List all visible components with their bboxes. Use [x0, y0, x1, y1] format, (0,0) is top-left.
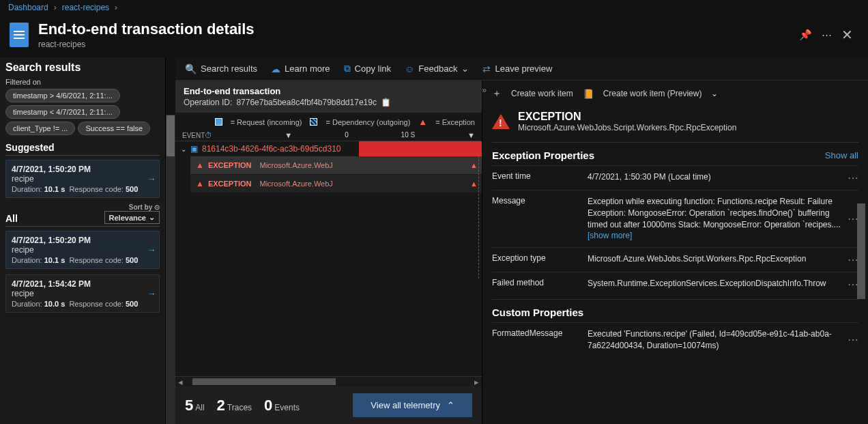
tick-label: 10 S — [401, 131, 416, 139]
page-subtitle: react-recipes — [38, 40, 790, 49]
link-icon[interactable]: 📋 — [381, 98, 391, 107]
arrow-right-icon: → — [147, 244, 156, 255]
arrow-right-icon: → — [147, 173, 156, 184]
transaction-title: End-to-end transaction — [184, 86, 474, 96]
close-icon[interactable]: ✕ — [841, 27, 858, 43]
details-toolbar: 🔍 Search results ☁ Learn more ⧉ Copy lin… — [175, 57, 868, 81]
timeline-marker — [478, 142, 479, 279]
duration-bar — [359, 141, 482, 156]
result-timestamp: 4/7/2021, 1:50:20 PM — [12, 165, 154, 174]
result-meta: Duration: 10.1 s Response code: 500 — [12, 185, 154, 193]
chevron-right-icon: › — [115, 3, 117, 12]
property-value: System.Runtime.ExceptionServices.Excepti… — [588, 278, 841, 291]
operation-row[interactable]: ⌄ ▣ 81614c3b-4626-4f6c-ac3b-69d5cd310 — [175, 141, 482, 156]
page-title: End-to-end transaction details — [38, 20, 790, 38]
property-key: Exception type — [492, 253, 581, 266]
result-card[interactable]: 4/7/2021, 1:54:42 PM recipe Duration: 10… — [5, 274, 160, 313]
property-row: Failed method System.Runtime.ExceptionSe… — [492, 272, 858, 296]
property-key: Event time — [492, 171, 581, 184]
exception-title: EXCEPTION — [518, 111, 736, 123]
property-value: Exception while executing function: Func… — [588, 196, 841, 242]
cube-icon: ▣ — [190, 144, 198, 154]
chevron-down-icon: ⌄ — [461, 63, 469, 74]
search-results-panel: Search results Filtered on timestamp > 4… — [0, 57, 166, 424]
warning-icon: ▲ — [470, 180, 478, 188]
result-timestamp: 4/7/2021, 1:50:20 PM — [12, 236, 154, 245]
search-results-title: Search results — [5, 61, 160, 74]
filter-chip[interactable]: timestamp > 4/6/2021, 2:11:... — [5, 89, 120, 102]
chevron-down-icon: ⌄ — [181, 145, 186, 153]
breadcrumb-app[interactable]: react-recipes — [62, 3, 109, 12]
result-timestamp: 4/7/2021, 1:54:42 PM — [12, 279, 154, 289]
plus-icon: ＋ — [492, 87, 502, 100]
timeline-legend: = Request (incoming) = Dependency (outgo… — [175, 113, 482, 131]
smile-icon: ☺ — [405, 63, 414, 74]
event-column-label: EVENT — [182, 132, 205, 139]
result-card[interactable]: 4/7/2021, 1:50:20 PM recipe Duration: 10… — [5, 160, 160, 198]
custom-properties-heading: Custom Properties — [492, 307, 583, 318]
learn-more-button[interactable]: ☁ Learn more — [271, 63, 330, 74]
request-legend-icon — [215, 118, 222, 126]
result-meta: Duration: 10.0 s Response code: 500 — [12, 300, 154, 308]
view-all-telemetry-button[interactable]: View all telemetry ⌃ — [353, 393, 472, 417]
document-icon — [10, 23, 29, 47]
pin-icon[interactable]: 📌 — [799, 29, 812, 41]
exception-properties-panel: » ＋ Create work item 📙 Create work item … — [482, 81, 868, 424]
property-value: 4/7/2021, 1:50:30 PM (Local time) — [588, 171, 841, 184]
feedback-button[interactable]: ☺ Feedback ⌄ — [405, 63, 469, 74]
cloud-icon: ☁ — [271, 63, 280, 74]
result-name: recipe — [12, 174, 154, 184]
result-name: recipe — [12, 289, 154, 298]
copy-link-button[interactable]: ⧉ Copy link — [344, 63, 391, 74]
chevron-down-icon: ⌄ — [711, 89, 718, 98]
filtered-on-label: Filtered on — [5, 78, 160, 86]
chevron-up-icon: ⌃ — [447, 400, 454, 410]
funnel-icon[interactable]: ▼ — [285, 131, 292, 139]
property-key: FormattedMessage — [492, 328, 581, 352]
expand-icon[interactable]: » — [482, 85, 487, 95]
chevron-down-icon: ⌄ — [149, 213, 155, 222]
exception-row[interactable]: ▲ EXCEPTION Microsoft.Azure.WebJ ▲ — [190, 175, 482, 193]
more-icon[interactable]: ⋯ — [822, 29, 832, 41]
property-value: Executed 'Functions.recipe' (Failed, Id=… — [588, 328, 841, 352]
swap-icon: ⇄ — [482, 63, 491, 74]
sort-by-label: Sort by ⊙ — [104, 203, 160, 211]
show-all-link[interactable]: Show all — [825, 150, 858, 160]
breadcrumb-dashboard[interactable]: Dashboard — [8, 3, 48, 12]
create-work-item-preview-button[interactable]: Create work item (Preview) — [603, 89, 702, 98]
transaction-timeline-panel: End-to-end transaction Operation ID: 877… — [175, 81, 482, 424]
exception-properties-heading: Exception Properties — [492, 150, 594, 161]
filter-chip[interactable]: timestamp < 4/7/2021, 2:11:... — [5, 105, 120, 119]
sort-dropdown[interactable]: Relevance ⌄ — [104, 211, 160, 224]
show-more-link[interactable]: [show more] — [588, 231, 632, 240]
horizontal-scrollbar[interactable]: ◂ ▸ — [175, 377, 482, 386]
property-key: Message — [492, 196, 581, 242]
search-icon: 🔍 — [185, 63, 197, 74]
copy-icon: ⧉ — [344, 63, 351, 74]
result-card[interactable]: 4/7/2021, 1:50:20 PM recipe Duration: 10… — [5, 231, 160, 269]
dependency-legend-icon — [310, 118, 317, 126]
result-meta: Duration: 10.1 s Response code: 500 — [12, 256, 154, 264]
operation-id: Operation ID: 8776e7ba5bea8c4fbf4b79b8dd… — [184, 98, 474, 107]
arrow-right-icon: → — [147, 288, 156, 299]
filter-chip[interactable]: client_Type != ... — [5, 122, 75, 135]
scrollbar[interactable] — [166, 115, 175, 424]
warning-icon: ▲ — [470, 161, 478, 169]
warning-icon — [492, 114, 510, 129]
tick-label: 0 — [345, 131, 349, 139]
property-row: FormattedMessage Executed 'Functions.rec… — [492, 322, 858, 357]
search-results-button[interactable]: 🔍 Search results — [185, 63, 257, 74]
exception-row[interactable]: ▲ EXCEPTION Microsoft.Azure.WebJ ▲ — [190, 156, 482, 175]
filter-icon[interactable]: ⏱ — [205, 131, 212, 139]
create-work-item-button[interactable]: Create work item — [511, 89, 573, 98]
page-header: End-to-end transaction details react-rec… — [0, 15, 868, 57]
funnel-icon[interactable]: ▼ — [467, 131, 475, 139]
breadcrumb: Dashboard › react-recipes › — [0, 0, 868, 15]
leave-preview-button[interactable]: ⇄ Leave preview — [482, 63, 552, 74]
scrollbar[interactable] — [857, 162, 867, 367]
exception-legend-icon: ▲ — [418, 117, 427, 127]
filter-chip[interactable]: Success == false — [78, 122, 150, 135]
property-value: Microsoft.Azure.WebJobs.Script.Workers.R… — [588, 253, 841, 266]
chevron-right-icon: › — [54, 3, 57, 12]
property-row: Event time 4/7/2021, 1:50:30 PM (Local t… — [492, 165, 858, 190]
